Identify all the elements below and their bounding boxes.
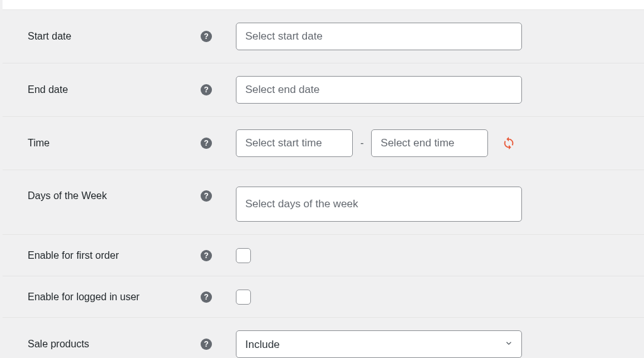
- control-sale-products: Include: [236, 330, 522, 358]
- row-first-order: Enable for first order ?: [3, 235, 644, 276]
- help-icon[interactable]: ?: [201, 190, 212, 202]
- settings-form: Start date ? End date ? Time ? - Days of…: [3, 10, 644, 358]
- help-icon[interactable]: ?: [201, 31, 212, 42]
- label-end-date: End date: [28, 84, 194, 95]
- row-sale-products: Sale products ? Include: [3, 318, 644, 358]
- first-order-checkbox[interactable]: [236, 248, 251, 263]
- control-end-date: [236, 76, 522, 104]
- row-days: Days of the Week ?: [3, 170, 644, 235]
- control-logged-in: [236, 290, 251, 305]
- help-icon[interactable]: ?: [201, 138, 212, 149]
- sale-products-select-wrap: Include: [236, 330, 522, 358]
- row-end-date: End date ?: [3, 63, 644, 117]
- control-start-date: [236, 23, 522, 50]
- label-first-order: Enable for first order: [28, 250, 194, 261]
- end-date-input[interactable]: [236, 76, 522, 104]
- label-time: Time: [28, 138, 194, 149]
- logged-in-checkbox[interactable]: [236, 290, 251, 305]
- days-input[interactable]: [236, 187, 522, 222]
- control-first-order: [236, 248, 251, 263]
- end-time-input[interactable]: [371, 129, 488, 157]
- top-divider: [3, 0, 644, 10]
- row-time: Time ? -: [3, 117, 644, 170]
- label-days: Days of the Week: [28, 190, 194, 202]
- row-logged-in: Enable for logged in user ?: [3, 276, 644, 318]
- help-icon[interactable]: ?: [201, 291, 212, 303]
- time-range-dash: -: [359, 138, 365, 149]
- row-start-date: Start date ?: [3, 10, 644, 63]
- control-days: [236, 187, 522, 222]
- start-time-input[interactable]: [236, 129, 353, 157]
- label-sale-products: Sale products: [28, 339, 194, 350]
- label-start-date: Start date: [28, 31, 194, 42]
- help-icon[interactable]: ?: [201, 84, 212, 95]
- help-icon[interactable]: ?: [201, 339, 212, 350]
- sale-products-select[interactable]: Include: [236, 330, 522, 358]
- label-logged-in: Enable for logged in user: [28, 291, 194, 303]
- control-time: -: [236, 129, 516, 157]
- help-icon[interactable]: ?: [201, 250, 212, 261]
- start-date-input[interactable]: [236, 23, 522, 50]
- refresh-icon[interactable]: [502, 136, 516, 150]
